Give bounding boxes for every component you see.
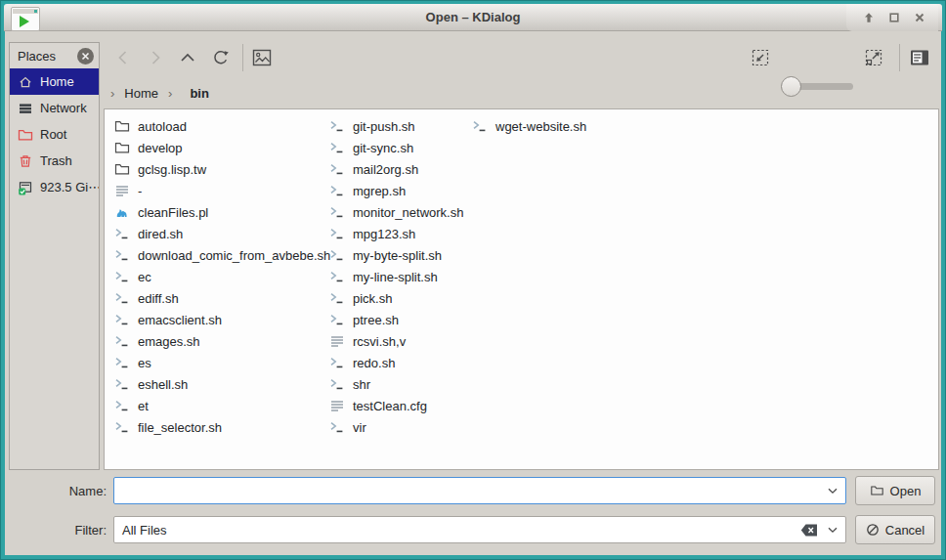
titlebar[interactable]: Open – KDialog (4, 4, 942, 31)
script-icon (329, 204, 345, 220)
file-item[interactable]: mgrep.sh (329, 180, 466, 201)
clear-backspace-icon[interactable] (800, 524, 818, 537)
filter-combobox[interactable]: All Files (113, 516, 846, 543)
window-title: Open – KDialog (4, 10, 942, 24)
file-item[interactable]: ec (114, 266, 324, 287)
sidebar-item-home[interactable]: Home (10, 68, 99, 95)
breadcrumb: › Home › bin (110, 83, 209, 103)
places-header: Places (10, 43, 99, 68)
text-icon (114, 183, 130, 198)
file-item[interactable]: eshell.sh (114, 373, 324, 395)
file-item[interactable]: git-push.sh (329, 115, 466, 137)
file-item[interactable]: et (114, 395, 324, 416)
chevron-down-icon[interactable] (828, 488, 838, 495)
close-circle-icon[interactable] (77, 48, 94, 65)
breadcrumb-home[interactable]: Home (124, 86, 158, 101)
zoom-in-button[interactable] (861, 45, 886, 70)
file-item[interactable]: cleanFiles.pl (114, 201, 324, 223)
back-button[interactable] (110, 45, 136, 70)
file-item[interactable]: ptree.sh (329, 309, 466, 330)
file-name: git-sync.sh (353, 141, 413, 155)
places-panel: Places HomeNetworkRootTrash923.5 Gi⋯ (9, 42, 100, 470)
file-item[interactable]: shr (329, 373, 466, 395)
maximize-button[interactable] (885, 9, 903, 26)
breadcrumb-separator-chevron[interactable]: › (168, 86, 172, 101)
file-name: mail2org.sh (353, 162, 418, 177)
script-icon (329, 269, 345, 284)
zoom-out-button[interactable] (748, 45, 773, 70)
file-item[interactable]: mpg123.sh (329, 223, 466, 244)
file-item[interactable]: redo.sh (329, 352, 466, 373)
zoom-slider-track[interactable] (793, 83, 853, 90)
sidebar-item-network[interactable]: Network (10, 95, 99, 121)
file-item[interactable]: my-line-split.sh (329, 266, 466, 287)
file-name: git-push.sh (353, 119, 415, 134)
sidebar-item-label: 923.5 Gi⋯ (40, 180, 99, 194)
sidebar-item-root[interactable]: Root (10, 121, 99, 148)
file-item[interactable]: git-sync.sh (329, 137, 466, 158)
sidebar-item-label: Root (40, 127, 66, 142)
file-item[interactable]: rcsvi.sh,v (329, 330, 466, 352)
preview-button[interactable] (249, 45, 275, 70)
minimize-button[interactable] (860, 9, 878, 26)
perl-icon (114, 204, 130, 220)
reload-button[interactable] (208, 45, 234, 70)
zoom-slider-knob[interactable] (781, 76, 801, 97)
open-button[interactable]: Open (855, 476, 935, 505)
up-button[interactable] (175, 45, 200, 70)
file-item[interactable]: autoload (114, 115, 324, 137)
file-item[interactable]: gclsg.lisp.tw (114, 158, 324, 180)
detail-view-button[interactable] (907, 45, 932, 70)
text-icon (329, 398, 345, 413)
script-icon (114, 398, 130, 413)
cancel-button[interactable]: Cancel (855, 515, 935, 544)
file-name: - (138, 184, 142, 198)
file-item[interactable]: pick.sh (329, 287, 466, 309)
file-name: testClean.cfg (353, 399, 427, 413)
file-name: my-byte-split.sh (353, 248, 442, 263)
sidebar-item-trash[interactable]: Trash (10, 148, 99, 174)
file-name: dired.sh (138, 227, 183, 241)
open-button-label: Open (890, 484, 922, 498)
file-item[interactable]: file_selector.sh (114, 416, 324, 438)
file-item[interactable]: es (114, 352, 324, 373)
filter-label: Filter: (30, 523, 107, 538)
file-item[interactable]: my-byte-split.sh (329, 244, 466, 266)
square-icon (887, 11, 901, 24)
file-name: pick.sh (353, 291, 392, 306)
script-icon (114, 312, 130, 327)
zoom-in-icon (863, 47, 884, 68)
file-item[interactable]: emacsclient.sh (114, 309, 324, 330)
file-name: cleanFiles.pl (138, 205, 208, 220)
file-item[interactable]: testClean.cfg (329, 395, 466, 416)
file-item[interactable]: monitor_network.sh (329, 201, 466, 223)
name-combobox[interactable] (113, 477, 846, 504)
breadcrumb-current[interactable]: bin (190, 86, 209, 101)
script-icon (114, 419, 130, 435)
file-item[interactable]: ediff.sh (114, 287, 324, 309)
script-icon (329, 312, 345, 327)
arrow-up-icon (862, 11, 876, 24)
forward-button[interactable] (143, 45, 168, 70)
file-item[interactable]: mail2org.sh (329, 158, 466, 180)
sidebar-item-label: Network (40, 101, 87, 115)
file-list-panel[interactable]: autoloaddevelopgclsg.lisp.tw-cleanFiles.… (104, 108, 939, 470)
file-item[interactable]: - (114, 180, 324, 201)
close-button[interactable] (911, 9, 928, 26)
script-icon (329, 376, 345, 392)
places-list: HomeNetworkRootTrash923.5 Gi⋯ (10, 68, 99, 200)
file-name: shr (353, 377, 370, 392)
sidebar-item-drive[interactable]: 923.5 Gi⋯ (10, 174, 99, 200)
detail-view-icon (908, 46, 931, 69)
file-item[interactable]: vir (329, 416, 466, 438)
chevron-down-icon[interactable] (828, 527, 838, 534)
script-icon (329, 140, 345, 155)
file-item[interactable]: develop (114, 137, 324, 158)
file-item[interactable]: download_comic_from_avbebe.sh (114, 244, 324, 266)
x-icon (913, 11, 926, 24)
file-item[interactable]: wget-website.sh (472, 115, 667, 137)
file-item[interactable]: emages.sh (114, 330, 324, 352)
file-item[interactable]: dired.sh (114, 223, 324, 244)
script-icon (114, 355, 130, 370)
breadcrumb-root-chevron[interactable]: › (110, 86, 114, 101)
